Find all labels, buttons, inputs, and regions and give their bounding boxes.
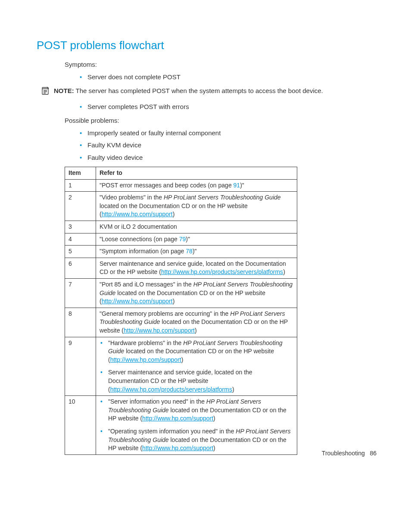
note-label: NOTE: [54, 87, 74, 94]
page-ref[interactable]: 78 [186, 248, 193, 255]
table-row: 9 "Hardware problems" in the HP ProLiant… [65, 337, 297, 396]
refer-cell: "Symptom information (on page 78)" [96, 246, 297, 258]
support-link[interactable]: http://www.hp.com/support [142, 415, 213, 422]
footer-section: Troubleshooting [322, 450, 365, 457]
table-row: 10 "Server information you need" in the … [65, 396, 297, 455]
item-cell: 5 [65, 246, 96, 258]
note-block: NOTE: The server has completed POST when… [41, 86, 377, 98]
note-text: The server has completed POST when the s… [76, 87, 323, 94]
footer-page-number: 86 [370, 450, 377, 457]
platforms-link[interactable]: http://www.hp.com/products/servers/platf… [110, 386, 232, 393]
page: POST problems flowchart Symptoms: Server… [0, 0, 411, 474]
item-cell: 7 [65, 279, 96, 308]
refer-cell: "Port 85 and iLO messages" in the HP Pro… [96, 279, 297, 308]
support-link[interactable]: http://www.hp.com/support [102, 211, 173, 218]
table-row: 3 KVM or iLO 2 documentation [65, 221, 297, 233]
item-cell: 10 [65, 396, 96, 455]
possible-problems-list: Improperly seated or faulty internal com… [65, 128, 377, 163]
list-item: Server does not complete POST [80, 72, 377, 82]
note-icon [41, 86, 50, 98]
possible-problems-label: Possible problems: [65, 116, 377, 126]
support-link[interactable]: http://www.hp.com/support [102, 298, 173, 305]
refer-cell: "Loose connections (on page 79)" [96, 233, 297, 246]
item-cell: 3 [65, 221, 96, 233]
list-item: "Server information you need" in the HP … [100, 398, 293, 423]
body-section-2: Server completes POST with errors Possib… [65, 102, 377, 163]
list-item: Faulty video device [80, 153, 377, 163]
page-footer: Troubleshooting 86 [322, 450, 377, 457]
refer-cell: "Server information you need" in the HP … [96, 396, 297, 455]
table-row: 2 "Video problems" in the HP ProLiant Se… [65, 192, 297, 221]
table-row: 5 "Symptom information (on page 78)" [65, 246, 297, 258]
table-row: 6 Server maintenance and service guide, … [65, 258, 297, 278]
platforms-link[interactable]: http://www.hp.com/products/servers/platf… [161, 268, 283, 275]
page-heading: POST problems flowchart [37, 39, 377, 52]
table-row: 8 "General memory problems are occurring… [65, 308, 297, 337]
item-cell: 6 [65, 258, 96, 278]
page-ref[interactable]: 79 [179, 236, 186, 243]
refer-cell: "Video problems" in the HP ProLiant Serv… [96, 192, 297, 221]
reference-table: Item Refer to 1 "POST error messages and… [65, 167, 297, 455]
col-header-refer: Refer to [96, 167, 297, 180]
list-item: Faulty KVM device [80, 140, 377, 150]
col-header-item: Item [65, 167, 96, 180]
list-item: Improperly seated or faulty internal com… [80, 128, 377, 138]
table-header-row: Item Refer to [65, 167, 297, 180]
list-item: "Hardware problems" in the HP ProLiant S… [100, 339, 293, 364]
item-cell: 2 [65, 192, 96, 221]
table-row: 1 "POST error messages and beep codes (o… [65, 179, 297, 192]
refer-cell: "General memory problems are occurring" … [96, 308, 297, 337]
support-link[interactable]: http://www.hp.com/support [124, 327, 195, 334]
symptoms-label: Symptoms: [65, 60, 377, 70]
symptoms-list-2: Server completes POST with errors [65, 102, 377, 112]
symptoms-list: Server does not complete POST [65, 72, 377, 82]
support-link[interactable]: http://www.hp.com/support [110, 356, 181, 363]
refer-cell: "Hardware problems" in the HP ProLiant S… [96, 337, 297, 396]
list-item: Server completes POST with errors [80, 102, 377, 112]
item-cell: 8 [65, 308, 96, 337]
list-item: "Operating system information you need" … [100, 427, 293, 453]
refer-cell: Server maintenance and service guide, lo… [96, 258, 297, 278]
list-item: Server maintenance and service guide, lo… [100, 368, 293, 394]
refer-cell: KVM or iLO 2 documentation [96, 221, 297, 233]
support-link[interactable]: http://www.hp.com/support [142, 445, 213, 451]
item-cell: 9 [65, 337, 96, 396]
table-row: 4 "Loose connections (on page 79)" [65, 233, 297, 246]
item-cell: 1 [65, 179, 96, 192]
table-row: 7 "Port 85 and iLO messages" in the HP P… [65, 279, 297, 308]
item-cell: 4 [65, 233, 96, 246]
guide-title: HP ProLiant Servers Troubleshooting Guid… [164, 194, 281, 201]
page-ref[interactable]: 91 [234, 182, 240, 189]
refer-cell: "POST error messages and beep codes (on … [96, 179, 297, 192]
body-section: Symptoms: Server does not complete POST [65, 60, 377, 82]
